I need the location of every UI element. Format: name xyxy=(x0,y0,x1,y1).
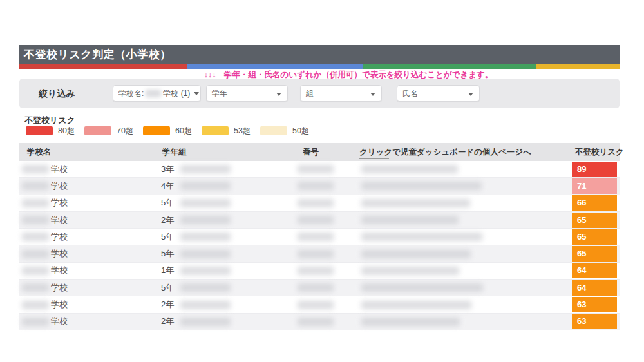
cell-school: 学校 xyxy=(19,314,160,330)
cell-school: 学校 xyxy=(19,263,160,279)
cell-grade-class: 2年 xyxy=(160,296,289,312)
chevron-down-icon xyxy=(276,93,281,96)
legend-label: 70超 xyxy=(117,126,136,137)
blurred-school-prefix xyxy=(22,216,49,224)
blurred-class xyxy=(180,165,231,173)
stripe-segment-red xyxy=(19,64,187,69)
legend-label: 53超 xyxy=(234,126,253,137)
grade-text: 3年 xyxy=(161,164,174,175)
blurred-school-prefix xyxy=(22,318,49,326)
page-title-bar: 不登校リスク判定（小学校） xyxy=(19,45,620,64)
header-risk: 不登校リスク xyxy=(572,147,620,158)
risk-legend-title: 不登校リスク xyxy=(24,115,75,126)
blurred-class xyxy=(180,267,231,275)
page: 不登校リスク判定（小学校） ↓↓↓ 学年・組・氏名のいずれか（併用可）で表示を絞… xyxy=(0,0,644,362)
blurred-student-name xyxy=(361,250,471,258)
blurred-school-prefix xyxy=(22,165,49,173)
blurred-number xyxy=(298,182,334,190)
cell-number xyxy=(289,280,351,296)
school-filter-dropdown[interactable]: 学校名: 学校 (1) xyxy=(113,85,201,102)
student-dashboard-link[interactable] xyxy=(351,229,572,245)
name-filter-dropdown[interactable]: 氏名 xyxy=(397,85,480,102)
cell-school: 学校 xyxy=(19,245,160,262)
table-row: 学校 4年 71 xyxy=(19,178,620,195)
cell-risk: 64 xyxy=(572,263,620,279)
cell-grade-class: 3年 xyxy=(160,161,289,177)
cell-school: 学校 xyxy=(19,161,160,177)
legend-item: 70超 xyxy=(84,126,136,137)
student-dashboard-link[interactable] xyxy=(351,314,572,330)
stripe-segment-gold xyxy=(536,64,620,69)
student-dashboard-link[interactable] xyxy=(351,195,572,211)
risk-score-badge: 63 xyxy=(572,314,617,329)
blurred-number xyxy=(298,233,334,241)
blurred-school-prefix xyxy=(22,283,49,292)
risk-table: 学校名 学年組 番号 クリックで児童ダッシュボードの個人ページへ 不登校リスク … xyxy=(19,143,620,330)
table-body: 学校 3年 89 学校 4年 71 xyxy=(19,161,620,330)
chevron-down-icon xyxy=(370,93,375,96)
blurred-class xyxy=(180,182,231,190)
blurred-student-name xyxy=(361,283,483,292)
cell-risk: 65 xyxy=(572,229,620,245)
legend-color-swatch xyxy=(143,126,170,135)
cell-school: 学校 xyxy=(19,280,160,296)
blurred-school-prefix xyxy=(22,233,49,241)
chevron-down-icon xyxy=(468,93,473,96)
blurred-student-name xyxy=(361,267,459,275)
grade-text: 1年 xyxy=(161,265,174,276)
blurred-class xyxy=(180,318,231,326)
blurred-student-name xyxy=(361,318,460,326)
cell-number xyxy=(289,314,351,330)
cell-grade-class: 5年 xyxy=(160,280,289,296)
school-name-text: 学校 xyxy=(51,248,68,260)
cell-number xyxy=(289,195,351,211)
stripe-segment-blue xyxy=(187,64,363,69)
cell-risk: 63 xyxy=(572,314,620,330)
accent-stripe xyxy=(19,64,620,69)
grade-text: 5年 xyxy=(161,282,174,294)
school-name-text: 学校 xyxy=(51,180,68,192)
grade-text: 2年 xyxy=(161,299,174,310)
cell-school: 学校 xyxy=(19,229,160,245)
school-name-text: 学校 xyxy=(51,316,68,327)
table-row: 学校 1年 64 xyxy=(19,263,620,280)
table-row: 学校 5年 66 xyxy=(19,195,620,212)
risk-score-badge: 71 xyxy=(572,178,617,194)
table-row: 学校 2年 65 xyxy=(19,212,620,229)
legend-item: 80超 xyxy=(26,126,77,137)
cell-risk: 65 xyxy=(572,212,620,228)
student-dashboard-link[interactable] xyxy=(351,161,572,177)
cell-number xyxy=(289,296,351,312)
blurred-class xyxy=(180,199,231,207)
table-row: 学校 5年 65 xyxy=(19,245,620,262)
student-dashboard-link[interactable] xyxy=(351,212,572,228)
blurred-number xyxy=(298,216,334,224)
legend-color-swatch xyxy=(260,126,287,135)
grade-text: 5年 xyxy=(161,231,174,243)
grade-filter-dropdown[interactable]: 学年 xyxy=(206,85,288,102)
school-name-text: 学校 xyxy=(51,214,68,226)
student-dashboard-link[interactable] xyxy=(351,178,572,194)
cell-school: 学校 xyxy=(19,195,160,211)
student-dashboard-link[interactable] xyxy=(351,280,572,296)
blurred-class xyxy=(180,216,231,224)
class-filter-dropdown[interactable]: 組 xyxy=(300,85,382,102)
school-filter-label: 学校名: xyxy=(118,88,144,99)
table-row: 学校 5年 64 xyxy=(19,280,620,296)
risk-score-badge: 64 xyxy=(572,280,617,296)
cell-number xyxy=(289,161,351,177)
blurred-number xyxy=(298,199,334,207)
cell-risk: 63 xyxy=(572,296,620,312)
blurred-student-name xyxy=(361,182,482,190)
student-dashboard-link[interactable] xyxy=(351,245,572,262)
student-dashboard-link[interactable] xyxy=(351,296,572,312)
cell-school: 学校 xyxy=(19,296,160,312)
cell-grade-class: 5年 xyxy=(160,245,289,262)
student-dashboard-link[interactable] xyxy=(351,263,572,279)
blurred-school-prefix xyxy=(22,250,49,258)
school-name-text: 学校 xyxy=(51,265,68,276)
blurred-number xyxy=(298,301,334,309)
table-header-row: 学校名 学年組 番号 クリックで児童ダッシュボードの個人ページへ 不登校リスク xyxy=(19,143,620,161)
cell-grade-class: 4年 xyxy=(160,178,289,194)
legend-color-swatch xyxy=(26,126,53,135)
